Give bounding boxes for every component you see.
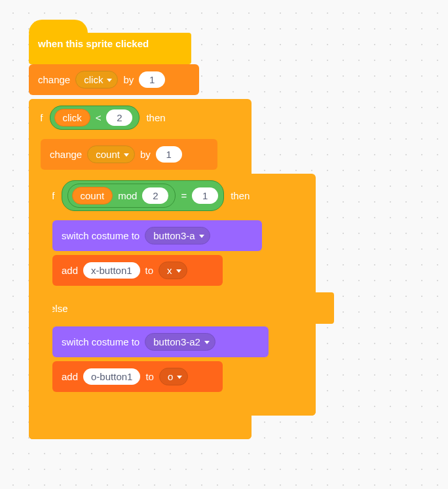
- dropdown-list-x[interactable]: x: [159, 262, 187, 279]
- block-change-variable-count[interactable]: change count by 1: [41, 139, 217, 170]
- word-by2: by: [140, 149, 151, 160]
- dropdown-costume-a2[interactable]: button3-a2: [145, 333, 215, 351]
- if-header-inner: if count mod 2 = 1 then: [41, 174, 341, 218]
- dropdown-costume-a[interactable]: button3-a: [145, 227, 210, 244]
- input-change-amount2[interactable]: 1: [156, 146, 182, 163]
- if-outer-body: change count by 1 if count mod 2 =: [41, 136, 252, 422]
- dropdown-variable-count[interactable]: count: [87, 146, 135, 163]
- word-change2: change: [50, 149, 82, 160]
- word-else: else: [50, 303, 68, 314]
- input-lt-right[interactable]: 2: [106, 109, 132, 126]
- hat-label: when this sprite clicked: [38, 38, 149, 49]
- block-change-variable-click[interactable]: change click by 1: [29, 64, 199, 95]
- block-script: when this sprite clicked change click by…: [29, 20, 422, 443]
- dropdown-variable-click[interactable]: click: [75, 71, 118, 88]
- operator-lt-symbol: <: [96, 112, 102, 123]
- cblock-left-bar: [29, 99, 41, 439]
- operator-lt[interactable]: click < 2: [50, 106, 140, 130]
- if-inner-then-body: switch costume to button3-a add x-button…: [52, 218, 316, 292]
- cblock-left-bar-inner: [41, 174, 52, 416]
- word-add2: add: [62, 371, 78, 382]
- word-by: by: [123, 74, 134, 85]
- if-header-outer: if click < 2 then: [29, 99, 263, 136]
- block-switch-costume-a2[interactable]: switch costume to button3-a2: [52, 326, 269, 357]
- input-eq-right[interactable]: 1: [192, 187, 218, 204]
- dropdown-list-o[interactable]: o: [159, 368, 188, 385]
- block-if-outer[interactable]: if click < 2 then change count by 1 if: [29, 99, 252, 439]
- block-add-to-list-o[interactable]: add o-button1 to o: [52, 361, 223, 392]
- hat-when-sprite-clicked[interactable]: when this sprite clicked: [29, 33, 191, 64]
- if-inner-else-body: switch costume to button3-a2 add o-butto…: [52, 324, 316, 399]
- word-then2: then: [231, 190, 250, 201]
- input-mod-right[interactable]: 2: [142, 187, 168, 204]
- operator-eq-symbol: =: [181, 190, 187, 201]
- operator-equals[interactable]: count mod 2 = 1: [62, 180, 225, 211]
- block-if-else-inner[interactable]: if count mod 2 = 1 then: [41, 174, 316, 416]
- operator-mod[interactable]: count mod 2: [67, 184, 176, 208]
- word-change: change: [38, 74, 70, 85]
- switch-costume-label2: switch costume to: [62, 336, 140, 347]
- input-change-amount[interactable]: 1: [139, 71, 165, 88]
- word-then: then: [146, 112, 165, 123]
- operator-mod-word: mod: [118, 190, 137, 201]
- if-inner-foot: [41, 399, 316, 416]
- input-add-item-o[interactable]: o-button1: [83, 368, 140, 385]
- reporter-var-click[interactable]: click: [54, 109, 90, 127]
- word-add1: add: [62, 265, 78, 276]
- input-add-item-x[interactable]: x-button1: [83, 262, 140, 279]
- word-to1: to: [145, 265, 154, 276]
- else-row: else: [41, 292, 334, 324]
- block-switch-costume-a[interactable]: switch costume to button3-a: [52, 220, 262, 251]
- if-outer-foot: [29, 422, 252, 439]
- block-add-to-list-x[interactable]: add x-button1 to x: [52, 255, 223, 286]
- reporter-var-count[interactable]: count: [72, 187, 113, 205]
- word-to2: to: [145, 371, 154, 382]
- switch-costume-label: switch costume to: [62, 230, 140, 241]
